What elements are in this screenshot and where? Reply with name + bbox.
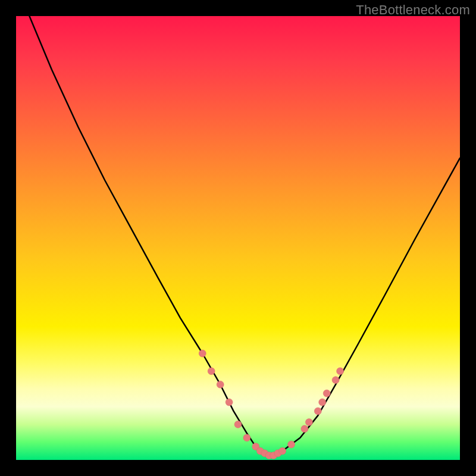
svg-point-13 bbox=[288, 441, 295, 448]
watermark-text: TheBottleneck.com bbox=[356, 2, 470, 18]
svg-point-17 bbox=[319, 399, 326, 406]
svg-point-16 bbox=[314, 408, 321, 415]
gradient-plot-area bbox=[16, 16, 460, 460]
curve-svg bbox=[16, 16, 460, 460]
svg-point-0 bbox=[199, 350, 206, 357]
svg-point-4 bbox=[234, 421, 242, 428]
svg-point-15 bbox=[305, 419, 312, 426]
svg-point-14 bbox=[301, 425, 308, 433]
svg-point-18 bbox=[323, 390, 330, 397]
svg-point-3 bbox=[226, 399, 233, 406]
svg-point-20 bbox=[337, 368, 344, 375]
svg-point-12 bbox=[279, 447, 286, 455]
marker-dots bbox=[199, 350, 343, 459]
svg-point-2 bbox=[217, 381, 224, 388]
svg-point-1 bbox=[208, 368, 215, 375]
bottleneck-curve bbox=[29, 16, 460, 456]
svg-point-5 bbox=[243, 434, 250, 441]
svg-point-19 bbox=[332, 377, 339, 384]
